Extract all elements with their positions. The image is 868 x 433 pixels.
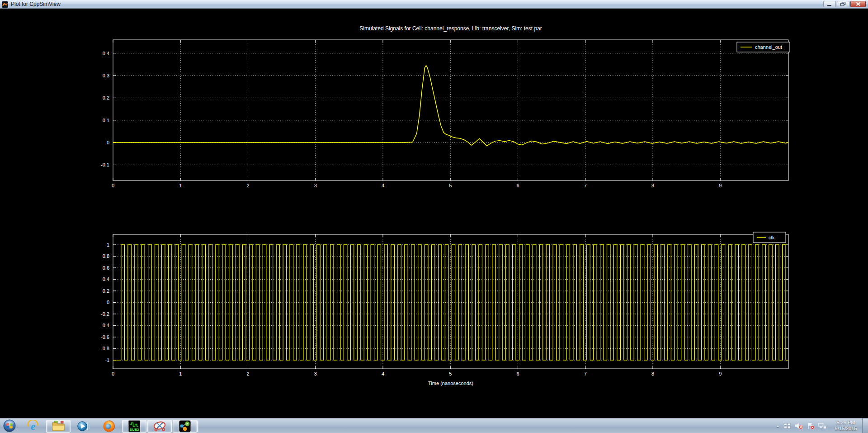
x-tick-label: 7 (584, 183, 587, 188)
restore-button[interactable] (837, 1, 849, 7)
internet-explorer-icon: e (27, 420, 39, 433)
x-tick-label: 8 (651, 371, 654, 376)
minimize-button[interactable] (823, 1, 836, 7)
y-tick-label: 0.3 (103, 73, 109, 78)
x-tick-label: 0 (112, 183, 114, 188)
legend-label: channel_out (755, 44, 782, 50)
y-tick-label: -0.2 (101, 311, 109, 317)
close-icon (856, 2, 861, 6)
y-tick-label: 0.1 (103, 118, 109, 123)
x-tick-label: 9 (719, 371, 722, 376)
y-tick-label: -0.4 (101, 323, 109, 328)
x-tick-label: 4 (382, 183, 384, 188)
plot-canvas: 01234567890.40.30.20.10-0.1channel_out01… (0, 0, 868, 433)
y-tick-label: 0.2 (103, 288, 109, 294)
y-tick-label: 0.8 (103, 253, 109, 259)
action-center-flag-icon[interactable] (806, 422, 815, 429)
x-tick-label: 6 (516, 183, 519, 188)
taskbar-item-windows-media-player[interactable] (71, 420, 96, 433)
x-tick-label: 1 (179, 183, 182, 188)
media-player-icon (77, 420, 90, 432)
minimize-icon (827, 2, 832, 6)
x-tick-label: 8 (651, 183, 654, 188)
folder-icon (52, 420, 65, 432)
firefox-icon (103, 420, 115, 433)
network-icon[interactable] (817, 422, 827, 429)
volume-muted-icon[interactable] (794, 422, 804, 429)
legend-channel_out[interactable]: channel_out (737, 42, 790, 52)
clk-chart: 012345678910.80.60.40.20-0.2-0.4-0.6-0.8… (101, 232, 788, 376)
x-tick-label: 7 (584, 371, 587, 376)
window-controls (823, 1, 866, 7)
svg-text:SUE2: SUE2 (130, 427, 139, 431)
taskbar-item-windows-explorer[interactable] (46, 420, 71, 433)
y-tick-label: -1 (105, 357, 109, 363)
signal-clk (113, 245, 788, 360)
x-tick-label: 6 (516, 371, 519, 376)
restore-icon (840, 2, 846, 6)
tray-date: 9/15/2015 (831, 426, 860, 432)
x-tick-label: 9 (719, 183, 722, 188)
taskbar-item-start[interactable] (3, 419, 16, 433)
x-tick-label: 5 (449, 183, 452, 188)
taskbar-item-snipping-tool[interactable] (147, 420, 172, 433)
cppsim-app-icon (2, 1, 8, 8)
legend-clk[interactable]: clk (753, 232, 786, 243)
cppsim-icon (179, 420, 191, 433)
y-tick-label: 0 (107, 140, 109, 145)
windows-start-orb (3, 419, 16, 432)
show-hidden-icons-button[interactable]: ▲ (775, 424, 781, 428)
x-tick-label: 0 (112, 371, 114, 376)
taskbar-item-sue2[interactable]: SUE2 (122, 420, 146, 433)
x-tick-label: 3 (314, 371, 317, 376)
close-button[interactable] (850, 1, 866, 7)
signal-channel_out (113, 66, 788, 146)
x-tick-label: 3 (314, 183, 317, 188)
system-tray: ▲5:26 PM9/15/2015 (775, 419, 860, 433)
tray-clock[interactable]: 5:26 PM9/15/2015 (831, 420, 860, 432)
window-titlebar[interactable]: Plot for CppSimView (0, 0, 868, 9)
y-tick-label: 1 (107, 242, 109, 247)
show-desktop-button[interactable] (862, 419, 868, 433)
window-grid-icon[interactable] (783, 423, 792, 429)
window-title: Plot for CppSimView (11, 1, 61, 7)
y-tick-label: 0.4 (103, 276, 109, 282)
y-tick-label: 0.6 (103, 265, 109, 271)
svg-text:e: e (31, 420, 36, 432)
scissors-icon (153, 420, 166, 432)
x-tick-label: 4 (382, 371, 384, 376)
y-tick-label: -0.1 (101, 162, 109, 167)
taskbar-item-cppsim[interactable] (173, 420, 197, 433)
sue2-icon: SUE2 (128, 420, 141, 433)
taskbar-items: eSUE2 (0, 419, 198, 433)
y-tick-label: -0.8 (101, 346, 109, 351)
axes-box (113, 40, 788, 181)
x-tick-label: 5 (449, 371, 452, 376)
y-tick-label: 0.2 (103, 95, 109, 100)
x-tick-label: 2 (246, 371, 249, 376)
tray-time: 5:26 PM (831, 420, 860, 426)
taskbar: eSUE2 ▲5:26 PM9/15/2015 (0, 418, 868, 433)
x-tick-label: 2 (246, 183, 249, 188)
x-axis-label: Time (nanoseconds) (428, 381, 473, 386)
x-tick-label: 1 (179, 371, 182, 376)
y-tick-label: 0.4 (103, 51, 109, 56)
taskbar-item-internet-explorer[interactable]: e (21, 420, 45, 433)
legend-label: clk (769, 235, 775, 240)
figure-title: Simulated Signals for Cell: channel_resp… (359, 25, 542, 32)
channel-out-chart: 01234567890.40.30.20.10-0.1channel_out (101, 40, 790, 188)
desktop-screen: 01234567890.40.30.20.10-0.1channel_out01… (0, 0, 868, 433)
y-tick-label: -0.6 (101, 334, 109, 340)
taskbar-item-firefox[interactable] (97, 420, 121, 433)
axes-box (113, 234, 788, 369)
y-tick-label: 0 (107, 300, 109, 305)
